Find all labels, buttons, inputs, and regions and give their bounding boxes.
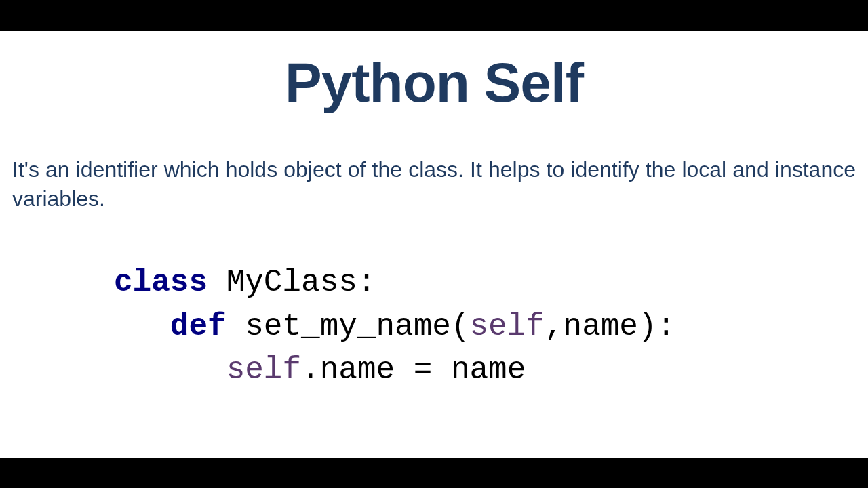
top-black-bar [0, 0, 868, 30]
bottom-black-bar [0, 458, 868, 488]
params-rest: ,name): [545, 309, 675, 344]
class-name: MyClass: [208, 265, 376, 300]
code-line-2: def set_my_name(self,name): [114, 305, 856, 348]
method-name: set_my_name( [226, 309, 470, 344]
code-line-3: self.name = name [114, 348, 856, 392]
class-keyword: class [114, 265, 208, 300]
code-line-1: class MyClass: [114, 261, 856, 304]
self-param: self [470, 309, 545, 344]
code-example: class MyClass: def set_my_name(self,name… [12, 261, 856, 392]
def-keyword: def [170, 309, 226, 344]
slide-description: It's an identifier which holds object of… [12, 155, 856, 214]
slide-title: Python Self [12, 51, 856, 115]
slide-content: Python Self It's an identifier which hol… [0, 30, 868, 458]
self-ref: self [226, 352, 301, 388]
assignment: .name = name [301, 352, 526, 388]
